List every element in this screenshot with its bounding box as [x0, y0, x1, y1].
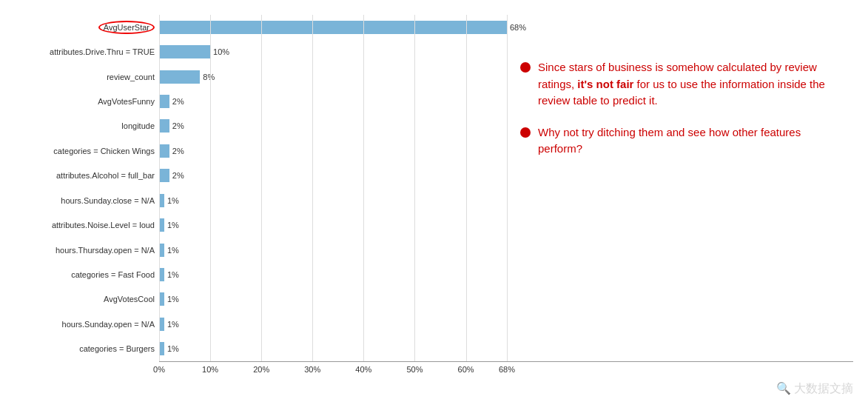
x-tick-2: 20% — [253, 365, 269, 374]
bar-value-8: 1% — [167, 221, 179, 229]
bar-row-12: 1% — [159, 314, 853, 335]
chart-body: AvgUserStarattributes.Drive.Thru = TRUEr… — [7, 15, 853, 378]
grid-line-0 — [159, 15, 160, 361]
bar-value-5: 2% — [172, 147, 184, 155]
bar-row-7: 1% — [159, 190, 853, 211]
x-tick-3: 30% — [304, 365, 320, 374]
y-label-5: categories = Chicken Wings — [7, 141, 159, 161]
grid-line-1 — [210, 15, 211, 361]
bar-value-3: 2% — [172, 97, 184, 106]
bar-4 — [159, 119, 169, 133]
x-tick-6: 60% — [458, 365, 474, 374]
grid-line-5 — [414, 15, 415, 361]
bar-13 — [159, 342, 164, 355]
bar-row-0: 68% — [159, 17, 853, 38]
y-label-1: attributes.Drive.Thru = TRUE — [7, 41, 159, 62]
y-label-7: hours.Sunday.close = N/A — [7, 190, 159, 211]
grid-line-7 — [507, 15, 508, 361]
y-label-12: hours.Sunday.open = N/A — [7, 314, 159, 335]
bar-value-12: 1% — [167, 320, 179, 329]
annotation-text-1: Since stars of business is somehow calcu… — [538, 59, 838, 110]
x-tick-7: 68% — [499, 365, 515, 374]
bar-value-4: 2% — [172, 121, 184, 130]
y-label-6: attributes.Alcohol = full_bar — [7, 165, 159, 186]
bar-value-0: 68% — [510, 23, 526, 32]
watermark: 🔍 大数据文摘 — [776, 381, 853, 397]
y-label-2: review_count — [7, 67, 159, 87]
y-label-9: hours.Thursday.open = N/A — [7, 240, 159, 261]
y-axis: AvgUserStarattributes.Drive.Thru = TRUEr… — [7, 15, 159, 378]
y-label-0: AvgUserStar — [7, 17, 159, 38]
bar-value-10: 1% — [167, 270, 179, 279]
y-label-4: longitude — [7, 115, 159, 136]
bar-12 — [159, 318, 164, 331]
bar-8 — [159, 218, 164, 232]
bar-7 — [159, 194, 164, 207]
bar-value-2: 8% — [203, 73, 215, 81]
bar-value-11: 1% — [167, 295, 179, 304]
y-label-11: AvgVotesCool — [7, 289, 159, 309]
bar-10 — [159, 268, 164, 281]
bar-row-9: 1% — [159, 240, 853, 261]
bar-3 — [159, 95, 169, 108]
x-tick-1: 10% — [202, 365, 218, 374]
annotation-item-2: Why not try ditching them and see how ot… — [520, 124, 838, 158]
grid-line-2 — [261, 15, 262, 361]
bar-row-13: 1% — [159, 338, 853, 359]
bullet-icon-1 — [520, 62, 531, 73]
grid-line-6 — [466, 15, 467, 361]
grid-line-3 — [312, 15, 313, 361]
x-tick-5: 50% — [406, 365, 423, 374]
annotation-text-2: Why not try ditching them and see how ot… — [538, 124, 838, 158]
bar-5 — [159, 144, 169, 158]
bar-11 — [159, 292, 164, 306]
bar-1 — [159, 45, 210, 58]
bullet-icon-2 — [520, 127, 531, 138]
bar-value-13: 1% — [167, 344, 179, 353]
chart-container: AvgUserStarattributes.Drive.Thru = TRUEr… — [0, 0, 868, 419]
x-axis: 0%10%20%30%40%50%60%68% — [159, 361, 853, 378]
bar-6 — [159, 169, 169, 182]
y-label-8: attributes.Noise.Level = loud — [7, 215, 159, 235]
x-tick-0: 0% — [153, 365, 165, 374]
bar-value-6: 2% — [172, 171, 184, 180]
y-label-10: categories = Fast Food — [7, 264, 159, 285]
grid-line-4 — [363, 15, 364, 361]
bar-value-1: 10% — [213, 47, 229, 56]
bar-row-10: 1% — [159, 264, 853, 285]
bar-2 — [159, 70, 200, 84]
annotation-item-1: Since stars of business is somehow calcu… — [520, 59, 838, 110]
annotation-box: Since stars of business is somehow calcu… — [520, 59, 838, 172]
x-tick-4: 40% — [355, 365, 371, 374]
y-label-3: AvgVotesFunny — [7, 91, 159, 112]
bar-value-9: 1% — [167, 246, 179, 255]
bar-row-8: 1% — [159, 215, 853, 235]
bar-value-7: 1% — [167, 196, 179, 205]
bar-row-11: 1% — [159, 289, 853, 309]
y-label-13: categories = Burgers — [7, 338, 159, 359]
bar-0 — [159, 21, 507, 34]
bar-9 — [159, 244, 164, 257]
